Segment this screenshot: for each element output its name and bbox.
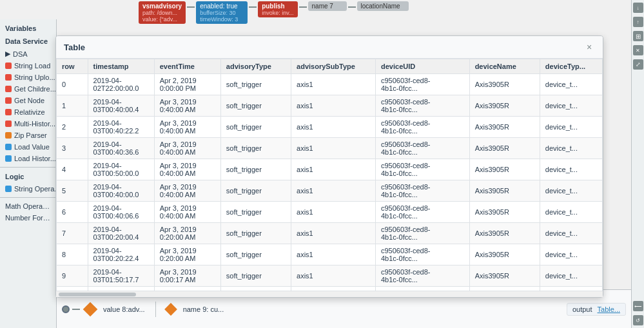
cell-timestamp-3: 2019-04-03T00:40:36.6 bbox=[88, 138, 154, 159]
cell-timestamp-1: 2019-04-03T00:40:00.4 bbox=[88, 95, 154, 117]
modal-close-button[interactable]: × bbox=[583, 41, 595, 53]
output-label: output bbox=[572, 305, 592, 313]
canvas-node-publish[interactable]: publish invoke: inv... bbox=[258, 1, 297, 17]
right-btn-7[interactable]: ↺ bbox=[633, 315, 643, 325]
cell-advisorySubType-7: axis1 bbox=[291, 223, 376, 244]
sidebar-item-string-opera[interactable]: String Opera... bbox=[0, 183, 56, 195]
connector-3 bbox=[299, 6, 307, 8]
bottom-node-name9: name 9: cu... bbox=[164, 305, 227, 314]
col-header-advisorytype: advisoryType bbox=[220, 59, 291, 74]
cell-deviceType-6: device_t... bbox=[540, 202, 602, 223]
connector-4 bbox=[348, 6, 356, 8]
table-container[interactable]: row timestamp eventTime advisoryType adv… bbox=[56, 59, 603, 291]
canvas-node-vsmadvisory[interactable]: vsmadvisory path: /down... value: {"adv.… bbox=[139, 1, 186, 24]
value8-text: value 8:adv... bbox=[103, 305, 145, 313]
cell-deviceName-5: Axis3905R bbox=[469, 180, 540, 202]
cell-advisoryType-7: soft_trigger bbox=[220, 223, 291, 244]
cell-deviceName-0: Axis3905R bbox=[469, 74, 540, 95]
sidebar-item-string-load[interactable]: String Load bbox=[0, 60, 56, 72]
back-icon: ⟵ bbox=[634, 304, 641, 309]
number-formatting-label: Number Formatting bbox=[5, 214, 56, 222]
path-text: path: /down... bbox=[142, 10, 182, 16]
get-children-icon bbox=[5, 86, 12, 92]
cell-timestamp-0: 2019-04-02T22:00:00.0 bbox=[88, 74, 154, 95]
cell-deviceUID-9: c950603f-ced8-4b1c-0fcc... bbox=[376, 265, 470, 287]
load-histor-icon bbox=[5, 155, 12, 162]
cell-advisoryType-5: soft_trigger bbox=[220, 180, 291, 202]
sidebar-item-get-children[interactable]: Get Childre... bbox=[0, 83, 56, 95]
sidebar-item-get-children-label: Get Childre... bbox=[14, 85, 56, 93]
logic-title: Logic bbox=[0, 170, 56, 183]
scrollbar-thumb[interactable] bbox=[59, 293, 136, 296]
right-btn-6[interactable]: ⟵ bbox=[633, 301, 643, 311]
col-header-devicename: deviceName bbox=[469, 59, 540, 74]
sidebar-item-load-value[interactable]: Load Value bbox=[0, 141, 56, 153]
sidebar-item-string-upload[interactable]: String Uplo... bbox=[0, 72, 56, 83]
cell-advisoryType-9: soft_trigger bbox=[220, 265, 291, 287]
relativize-icon bbox=[5, 109, 12, 115]
up-icon: ↑ bbox=[637, 19, 639, 25]
sidebar-item-math-operations[interactable]: Math Operations bbox=[0, 200, 56, 212]
timewindow-text: timeWindow: 3 bbox=[200, 16, 244, 23]
table-link[interactable]: Table... bbox=[598, 305, 620, 313]
cell-deviceName-6: Axis3905R bbox=[469, 202, 540, 223]
sidebar-item-load-histor[interactable]: Load Histor... bbox=[0, 153, 56, 164]
cell-timestamp-7: 2019-04-03T00:20:00.4 bbox=[88, 223, 154, 244]
right-sidebar: ↓ ↑ ⊞ ✕ ⤢ ⟵ ↺ bbox=[631, 0, 644, 328]
canvas-node-name7[interactable]: name 7 bbox=[308, 1, 347, 11]
col-header-devicetype: deviceTyp... bbox=[540, 59, 602, 74]
cell-advisorySubType-6: axis1 bbox=[291, 202, 376, 223]
variables-title: Variables bbox=[0, 22, 56, 35]
cell-row-0: 0 bbox=[57, 74, 88, 95]
connector-2 bbox=[249, 6, 257, 8]
cell-advisorySubType-8: axis1 bbox=[291, 244, 376, 265]
sidebar-item-relativize[interactable]: Relativize bbox=[0, 106, 56, 118]
cell-advisorySubType-1: axis1 bbox=[291, 95, 376, 117]
cell-advisoryType-6: soft_trigger bbox=[220, 202, 291, 223]
enabled-label: enabled: true bbox=[200, 3, 244, 10]
sidebar-item-dsa-label: DSA bbox=[13, 50, 28, 58]
right-btn-3[interactable]: ⊞ bbox=[633, 31, 643, 41]
sidebar-item-zip-parser[interactable]: Zip Parser bbox=[0, 130, 56, 141]
cell-row-7: 7 bbox=[57, 223, 88, 244]
sidebar-divider-2 bbox=[0, 197, 56, 198]
cell-deviceName-9: Axis3905R bbox=[469, 265, 540, 287]
sidebar-item-multi-histor[interactable]: Multi-Histor... bbox=[0, 118, 56, 130]
cell-deviceUID-2: c950603f-ced8-4b1c-0fcc... bbox=[376, 117, 470, 138]
cell-deviceName-4: Axis3905R bbox=[469, 159, 540, 180]
cell-deviceType-7: device_t... bbox=[540, 223, 602, 244]
cell-deviceType-4: device_t... bbox=[540, 159, 602, 180]
locationname-label: locationName bbox=[361, 3, 405, 10]
right-btn-1[interactable]: ↓ bbox=[633, 3, 643, 13]
left-sidebar: Variables Data Service ▶ DSA String Load… bbox=[0, 19, 57, 328]
cell-deviceName-7: Axis3905R bbox=[469, 223, 540, 244]
right-btn-5[interactable]: ⤢ bbox=[633, 59, 643, 70]
cell-deviceName-1: Axis3905R bbox=[469, 95, 540, 117]
cell-timestamp-9: 2019-04-03T01:50:17.7 bbox=[88, 265, 154, 287]
zip-parser-icon bbox=[5, 132, 12, 139]
multi-histor-icon bbox=[5, 121, 12, 127]
cell-advisorySubType-5: axis1 bbox=[291, 180, 376, 202]
name7-label: name 7 bbox=[312, 3, 343, 10]
canvas-node-locationname[interactable]: locationName bbox=[357, 1, 409, 11]
sidebar-item-dsa[interactable]: ▶ DSA bbox=[0, 48, 56, 60]
cell-row-4: 4 bbox=[57, 159, 88, 180]
bottom-node-circle: value 8:adv... bbox=[62, 304, 148, 314]
sidebar-item-get-node[interactable]: Get Node bbox=[0, 95, 56, 106]
canvas-node-enabled[interactable]: enabled: true bufferSize: 30 timeWindow:… bbox=[196, 1, 248, 24]
right-btn-4[interactable]: ✕ bbox=[633, 45, 643, 55]
canvas-top-area: vsmadvisory path: /down... value: {"adv.… bbox=[139, 1, 631, 34]
cell-deviceType-5: device_t... bbox=[540, 180, 602, 202]
cell-deviceType-0: device_t... bbox=[540, 74, 602, 95]
cell-eventTime-4: Apr 3, 20190:40:00 AM bbox=[154, 159, 220, 180]
cell-deviceUID-6: c950603f-ced8-4b1c-0fcc... bbox=[376, 202, 470, 223]
cell-eventTime-7: Apr 3, 20190:20:00 AM bbox=[154, 223, 220, 244]
cell-deviceUID-4: c950603f-ced8-4b1c-0fcc... bbox=[376, 159, 470, 180]
cell-advisoryType-8: soft_trigger bbox=[220, 244, 291, 265]
sidebar-item-multi-histor-label: Multi-Histor... bbox=[14, 120, 55, 128]
sidebar-item-string-load-label: String Load bbox=[14, 62, 50, 70]
sidebar-item-number-formatting[interactable]: Number Formatting bbox=[0, 212, 56, 224]
right-btn-2[interactable]: ↑ bbox=[633, 17, 643, 27]
sidebar-item-load-value-label: Load Value bbox=[14, 143, 50, 151]
table-scrollbar[interactable] bbox=[56, 291, 603, 297]
